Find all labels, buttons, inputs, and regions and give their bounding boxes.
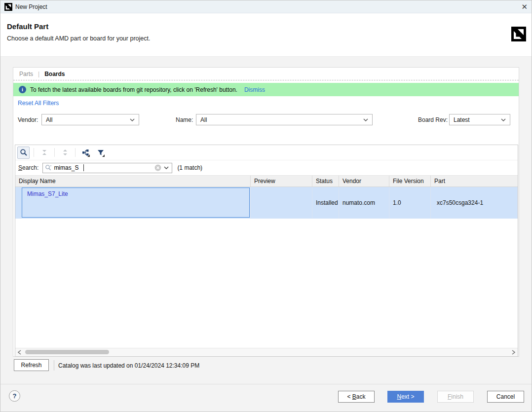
reset-all-filters-link[interactable]: Reset All Filters <box>18 100 59 107</box>
search-history-chevron-icon[interactable] <box>164 166 169 169</box>
info-banner: i To fetch the latest available boards f… <box>13 83 519 96</box>
chevron-down-icon <box>130 118 135 121</box>
title-bar: New Project ✕ <box>0 0 532 13</box>
next-button[interactable]: Next > <box>387 391 424 403</box>
column-header-file-version[interactable]: File Version <box>389 176 431 187</box>
chevron-down-icon <box>363 118 368 121</box>
board-selection-panel: Parts | Boards i To fetch the latest ava… <box>13 67 519 357</box>
collapse-all-button[interactable] <box>38 147 50 159</box>
name-select-value: All <box>196 116 363 123</box>
search-icon <box>45 164 52 171</box>
table-row[interactable]: Mimas_S7_Lite Installed numato.com 1.0 x… <box>15 187 518 219</box>
cell-display-name[interactable]: Mimas_S7_Lite <box>15 187 251 219</box>
collapse-all-icon <box>40 149 48 156</box>
board-name: Mimas_S7_Lite <box>27 190 68 197</box>
group-tree-icon <box>81 149 90 157</box>
name-label: Name: <box>176 116 193 123</box>
filter-button[interactable] <box>94 147 107 159</box>
match-count: (1 match) <box>177 164 202 171</box>
cell-vendor: numato.com <box>339 187 389 219</box>
info-icon: i <box>19 86 26 93</box>
group-by-button[interactable] <box>79 147 92 159</box>
chevron-down-icon <box>501 118 506 121</box>
scroll-left-icon[interactable] <box>18 350 21 355</box>
wizard-header: Default Part Choose a default AMD part o… <box>0 13 532 57</box>
column-header-part[interactable]: Part <box>431 176 518 187</box>
cell-file-version: 1.0 <box>389 187 431 219</box>
toolbar-separator <box>34 148 34 157</box>
search-label: Search: <box>18 164 38 171</box>
tab-separator: | <box>38 71 39 77</box>
page-subtitle: Choose a default AMD part or board for y… <box>7 35 150 42</box>
refresh-button[interactable]: Refresh <box>14 359 49 371</box>
board-rev-select[interactable]: Latest <box>449 114 510 125</box>
banner-text: To fetch the latest available boards fro… <box>30 86 237 93</box>
toolbar-separator <box>75 148 76 157</box>
table-header: Display Name Preview Status Vendor File … <box>15 176 518 187</box>
back-button[interactable]: < Back <box>338 391 375 403</box>
board-rev-select-value: Latest <box>450 116 501 123</box>
vendor-select[interactable]: All <box>41 114 139 125</box>
board-rev-label: Board Rev: <box>418 116 448 123</box>
finish-button[interactable]: Finish <box>437 391 474 403</box>
cell-part: xc7s50csga324-1 <box>431 187 518 219</box>
search-row: Search: (1 match) <box>15 160 518 176</box>
text-caret <box>83 164 84 171</box>
scrollbar-thumb[interactable] <box>25 350 109 354</box>
amd-logo <box>511 27 526 41</box>
dismiss-link[interactable]: Dismiss <box>244 86 265 93</box>
clear-search-icon[interactable] <box>154 164 161 171</box>
search-tool-button[interactable] <box>17 147 30 159</box>
search-input[interactable] <box>54 164 83 171</box>
table-toolbar <box>15 145 518 160</box>
cell-preview <box>251 187 312 219</box>
column-header-status[interactable]: Status <box>312 176 339 187</box>
name-select[interactable]: All <box>196 114 373 125</box>
search-icon <box>20 149 28 156</box>
column-header-vendor[interactable]: Vendor <box>339 176 389 187</box>
cell-status: Installed <box>312 187 339 219</box>
footer-divider <box>0 384 532 384</box>
expand-all-button[interactable] <box>59 147 71 159</box>
close-icon[interactable]: ✕ <box>521 2 528 12</box>
column-header-preview[interactable]: Preview <box>251 176 312 187</box>
column-header-display-name[interactable]: Display Name <box>15 176 251 187</box>
parts-boards-tabs: Parts | Boards <box>13 68 519 80</box>
help-button[interactable]: ? <box>9 390 20 402</box>
amd-logo-icon <box>4 3 12 11</box>
vendor-select-value: All <box>42 116 130 123</box>
focus-cell-outline: Mimas_S7_Lite <box>22 187 250 218</box>
search-box[interactable] <box>42 163 172 173</box>
new-project-dialog: New Project ✕ Default Part Choose a defa… <box>0 0 532 412</box>
tab-parts[interactable]: Parts <box>19 71 33 77</box>
horizontal-scrollbar[interactable] <box>15 348 518 356</box>
vertical-divider <box>54 360 54 371</box>
vendor-label: Vendor: <box>18 116 38 123</box>
catalog-status-text: Catalog was last updated on 01/24/2024 1… <box>58 362 199 369</box>
page-title: Default Part <box>7 22 48 31</box>
tab-boards[interactable]: Boards <box>44 71 65 77</box>
cancel-button[interactable]: Cancel <box>487 391 524 403</box>
toolbar-separator <box>54 148 55 157</box>
boards-table-panel: Search: (1 match) Display Name Preview S… <box>15 145 518 357</box>
scroll-right-icon[interactable] <box>512 350 515 355</box>
expand-all-icon <box>61 149 69 156</box>
window-title: New Project <box>15 3 47 10</box>
filter-funnel-icon <box>96 149 105 157</box>
